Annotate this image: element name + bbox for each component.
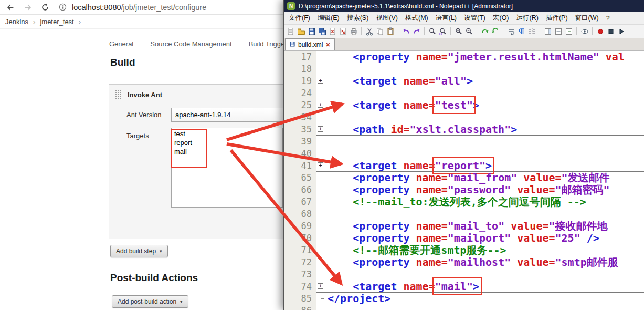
code-line[interactable]: 17 <property name="jmeter.result.htmlNam… (284, 51, 644, 63)
document-list-icon[interactable] (554, 27, 563, 36)
play-macro-icon[interactable] (617, 27, 626, 36)
page-info-icon[interactable] (57, 2, 68, 13)
stop-macro-icon[interactable] (606, 27, 615, 36)
tab-source-code-management[interactable]: Source Code Management (150, 40, 231, 48)
refresh-icon[interactable] (40, 2, 50, 13)
code-token: name= (416, 183, 448, 196)
forward-icon[interactable] (23, 2, 33, 13)
sync-horizontal-icon[interactable] (491, 27, 500, 36)
menubar-item[interactable]: 运行(R) (513, 13, 542, 24)
fold-margin (316, 111, 325, 123)
menubar-item[interactable]: 文件(F) (285, 13, 314, 24)
code-text: </project> (325, 293, 644, 305)
code-line[interactable]: 41 <target name="report"> (284, 160, 644, 172)
code-line[interactable]: 65 <property name="mail_from" value="发送邮… (284, 172, 644, 184)
code-line[interactable]: 66 <property name="password" value="邮箱密码… (284, 184, 644, 196)
address-bar[interactable]: localhost:8080/job/jmeter_test/configure (57, 2, 206, 13)
paste-icon[interactable] (386, 27, 395, 36)
cut-icon[interactable] (365, 27, 374, 36)
code-token: <!--邮箱需要开通smtp服务--> (353, 244, 506, 256)
breadcrumb-link[interactable]: jmeter_test (40, 18, 73, 26)
targets-textarea[interactable] (171, 128, 283, 208)
add-build-step-button[interactable]: Add build step ▾ (110, 245, 168, 257)
fold-toggle-icon[interactable] (316, 75, 325, 87)
line-number: 18 (284, 63, 316, 75)
code-line[interactable]: 68 (284, 208, 644, 220)
fold-toggle-icon[interactable] (316, 99, 325, 111)
save-all-icon[interactable] (318, 27, 326, 36)
code-line[interactable]: 86 (284, 305, 644, 310)
document-map-icon[interactable] (543, 27, 552, 36)
replace-icon[interactable] (438, 27, 447, 36)
npp-tabbar: build.xml ✕ (284, 38, 644, 51)
tab-general[interactable]: General (109, 40, 133, 48)
fold-margin (316, 51, 325, 63)
open-file-icon[interactable] (297, 27, 305, 36)
code-line[interactable]: 25 <target name="test"> (284, 99, 644, 111)
code-line[interactable]: 35 <path id="xslt.classpath"> (284, 123, 644, 136)
indent-guide-icon[interactable] (527, 27, 536, 36)
find-icon[interactable] (428, 27, 437, 36)
code-token: > (485, 159, 492, 172)
sync-vertical-icon[interactable] (480, 27, 489, 36)
menubar-item[interactable]: 宏(O) (489, 13, 513, 24)
notepadpp-titlebar[interactable]: D:\program\apache-jmeter-5.1.1\extras\bu… (284, 0, 644, 12)
zoom-out-icon[interactable] (464, 27, 473, 36)
copy-icon[interactable] (375, 27, 384, 36)
code-token: "xslt.classpath" (410, 123, 511, 136)
fold-margin (316, 208, 325, 220)
menubar-item[interactable]: 视图(V) (372, 13, 402, 24)
close-file-icon[interactable] (328, 27, 337, 36)
menubar-item[interactable]: ? (603, 14, 614, 23)
menubar-item[interactable]: 搜索(S) (343, 13, 373, 24)
code-line[interactable]: 19 <target name="all"> (284, 75, 644, 87)
ant-version-select[interactable]: apache-ant-1.9.14 ▾ (171, 108, 293, 122)
show-all-characters-icon[interactable] (517, 27, 526, 36)
code-line[interactable]: 18 (284, 63, 644, 75)
menubar-item[interactable]: 设置(T) (460, 13, 489, 24)
fold-toggle-icon[interactable] (316, 123, 325, 136)
code-token: <target (328, 99, 404, 111)
code-line[interactable]: 73 (284, 268, 644, 281)
redo-icon[interactable] (412, 27, 421, 36)
code-line[interactable]: 39 (284, 136, 644, 148)
save-icon[interactable] (307, 27, 316, 36)
print-icon[interactable] (349, 27, 358, 36)
menubar-item[interactable]: 格式(M) (402, 13, 432, 24)
code-text: <target name="test"> (325, 99, 644, 111)
code-line[interactable]: 72 <property name="mailhost" value="smtp… (284, 256, 644, 268)
code-token: name= (404, 99, 435, 111)
editor[interactable]: 17 <property name="jmeter.result.htmlNam… (284, 51, 644, 310)
code-token: "all" (435, 75, 467, 87)
monitor-icon[interactable] (580, 27, 589, 36)
close-all-icon[interactable] (339, 27, 347, 36)
word-wrap-icon[interactable] (506, 27, 515, 36)
document-tab[interactable]: build.xml ✕ (285, 38, 335, 50)
fold-toggle-icon[interactable] (316, 281, 325, 293)
back-icon[interactable] (5, 2, 16, 13)
new-file-icon[interactable] (286, 27, 295, 36)
function-list-icon[interactable] (564, 27, 573, 36)
code-token: "25" (555, 232, 580, 244)
menubar-item[interactable]: 窗口(W) (572, 13, 603, 24)
code-line[interactable]: 24 (284, 87, 644, 99)
add-post-build-action-button[interactable]: Add post-build action ▾ (112, 295, 188, 308)
menubar-item[interactable]: 语言(L) (432, 13, 460, 24)
undo-icon[interactable] (402, 27, 410, 36)
menubar-item[interactable]: 编辑(E) (314, 13, 343, 24)
drag-handle-icon[interactable] (115, 89, 122, 100)
menubar-item[interactable]: 插件(P) (542, 13, 572, 24)
code-line[interactable]: 74 <target name="mail"> (284, 281, 644, 293)
breadcrumb-link[interactable]: Jenkins (5, 18, 28, 26)
close-icon[interactable]: ✕ (325, 42, 330, 48)
code-line[interactable]: 71 <!--邮箱需要开通smtp服务--> (284, 244, 644, 256)
code-line[interactable]: 69 <property name="mail_to" value="接收邮件地 (284, 220, 644, 232)
code-line[interactable]: 70 <property name="mailport" value="25" … (284, 232, 644, 244)
zoom-in-icon[interactable] (454, 27, 463, 36)
code-line[interactable]: 34 (284, 111, 644, 123)
code-line[interactable]: 67 <!--mail_to:发送列表,多个之间逗号间隔 --> (284, 196, 644, 208)
code-line[interactable]: 40 (284, 148, 644, 160)
code-line[interactable]: 85</project> (284, 293, 644, 305)
record-macro-icon[interactable] (596, 27, 605, 36)
fold-toggle-icon[interactable] (316, 160, 325, 172)
